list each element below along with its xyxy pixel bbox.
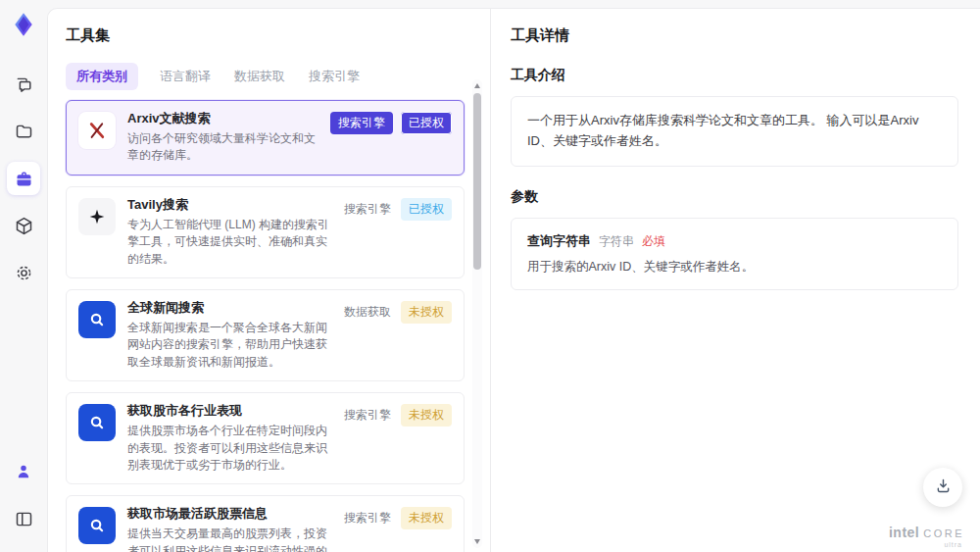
sidebar [0, 0, 47, 552]
auth-status-badge: 已授权 [401, 198, 452, 221]
tool-card[interactable]: Arxiv文献搜索访问各个研究领域大量科学论文和文章的存储库。搜索引擎已授权 [66, 100, 465, 176]
param-header: 查询字符串 字符串 必填 [527, 232, 942, 250]
sidebar-item-settings[interactable] [7, 256, 40, 289]
intel-core-word: CORE [923, 527, 964, 539]
param-required-badge: 必填 [642, 233, 665, 250]
tool-badges: 搜索引擎已授权 [330, 112, 452, 134]
tool-card[interactable]: 获取股市各行业表现提供股票市场各个行业在特定时间段内的表现。投资者可以利用这些信… [66, 392, 465, 484]
intel-logo-word: intel [889, 525, 919, 540]
sidebar-item-chat[interactable] [7, 68, 40, 101]
tool-description: 全球新闻搜索是一个聚合全球各大新闻网站内容的搜索引擎，帮助用户快速获取全球最新资… [127, 320, 330, 371]
download-button[interactable] [923, 468, 962, 507]
tavily-icon [78, 198, 116, 235]
app-window: 工具集 所有类别语言翻译数据获取搜索引擎 Arxiv文献搜索访问各个研究领域大量… [0, 0, 980, 552]
blue-search-icon [78, 301, 116, 338]
folder-icon [14, 122, 34, 142]
auth-status-badge: 已授权 [401, 112, 452, 134]
category-tab-2[interactable]: 数据获取 [232, 63, 287, 90]
scroll-up-arrow[interactable] [474, 83, 480, 88]
intel-tier-word: ultra [944, 541, 962, 548]
tool-info: 获取市场最活跃股票信息提供当天交易量最高的股票列表，投资者可以利用这些信息来识别… [127, 505, 330, 552]
sidebar-item-files[interactable] [7, 115, 40, 148]
category-tabs: 所有类别语言翻译数据获取搜索引擎 [66, 63, 490, 90]
tool-description: 访问各个研究领域大量科学论文和文章的存储库。 [127, 130, 318, 165]
tool-info: Tavily搜索专为人工智能代理 (LLM) 构建的搜索引擎工具，可快速提供实时… [127, 196, 330, 268]
category-badge: 数据获取 [342, 301, 393, 324]
category-badge: 搜索引擎 [342, 404, 393, 427]
tool-name: Arxiv文献搜索 [127, 110, 318, 127]
tool-card[interactable]: 获取市场最活跃股票信息提供当天交易量最高的股票列表，投资者可以利用这些信息来识别… [66, 495, 465, 552]
scrollbar-thumb[interactable] [473, 93, 481, 270]
tool-list-pane: 工具集 所有类别语言翻译数据获取搜索引擎 Arxiv文献搜索访问各个研究领域大量… [48, 9, 491, 552]
tool-info: Arxiv文献搜索访问各个研究领域大量科学论文和文章的存储库。 [127, 110, 318, 165]
tool-description: 专为人工智能代理 (LLM) 构建的搜索引擎工具，可快速提供实时、准确和真实的结… [127, 217, 330, 268]
list-scrollbar[interactable] [472, 79, 482, 548]
param-box: 查询字符串 字符串 必填 用于搜索的Arxiv ID、关键字或作者姓名。 [511, 218, 958, 290]
main-panel: 工具集 所有类别语言翻译数据获取搜索引擎 Arxiv文献搜索访问各个研究领域大量… [47, 8, 980, 552]
intro-box: 一个用于从Arxiv存储库搜索科学论文和文章的工具。 输入可以是Arxiv ID… [511, 96, 958, 167]
tool-detail-pane: 工具详情 工具介绍 一个用于从Arxiv存储库搜索科学论文和文章的工具。 输入可… [491, 9, 980, 552]
tool-badges: 数据获取未授权 [342, 301, 452, 324]
content-surface: 工具集 所有类别语言翻译数据获取搜索引擎 Arxiv文献搜索访问各个研究领域大量… [47, 0, 980, 552]
user-icon [14, 462, 33, 481]
tool-badges: 搜索引擎未授权 [342, 507, 452, 529]
sidebar-item-tools[interactable] [7, 162, 40, 195]
auth-status-badge: 未授权 [401, 301, 452, 324]
briefcase-icon [14, 169, 34, 189]
auth-status-badge: 未授权 [401, 404, 452, 427]
chat-icon [14, 75, 34, 95]
gear-icon [14, 263, 34, 283]
tool-card[interactable]: Tavily搜索专为人工智能代理 (LLM) 构建的搜索引擎工具，可快速提供实时… [66, 186, 465, 278]
download-icon [934, 477, 953, 499]
tool-name: 获取股市各行业表现 [127, 402, 330, 420]
tool-name: Tavily搜索 [127, 196, 330, 214]
tool-card[interactable]: 全球新闻搜索全球新闻搜索是一个聚合全球各大新闻网站内容的搜索引擎，帮助用户快速获… [66, 289, 465, 381]
sidebar-item-account[interactable] [7, 455, 40, 488]
intro-text: 一个用于从Arxiv存储库搜索科学论文和文章的工具。 输入可以是Arxiv ID… [527, 111, 942, 152]
tool-name: 全球新闻搜索 [127, 299, 330, 317]
category-tab-3[interactable]: 搜索引擎 [307, 63, 362, 90]
tool-list: Arxiv文献搜索访问各个研究领域大量科学论文和文章的存储库。搜索引擎已授权Ta… [66, 100, 490, 552]
params-heading: 参数 [511, 188, 958, 206]
category-badge: 搜索引擎 [342, 507, 393, 529]
category-badge: 搜索引擎 [330, 112, 393, 134]
tool-badges: 搜索引擎未授权 [342, 404, 452, 427]
detail-title: 工具详情 [511, 26, 958, 45]
sidebar-item-collapse-panel[interactable] [7, 502, 40, 535]
sidebar-item-packages[interactable] [7, 209, 40, 242]
param-name: 查询字符串 [527, 232, 591, 250]
tool-info: 获取股市各行业表现提供股票市场各个行业在特定时间段内的表现。投资者可以利用这些信… [127, 402, 330, 474]
auth-status-badge: 未授权 [401, 507, 452, 529]
app-logo-icon [7, 8, 40, 41]
tool-description: 提供股票市场各个行业在特定时间段内的表现。投资者可以利用这些信息来识别表现优于或… [127, 423, 330, 474]
package-icon [14, 216, 34, 236]
category-tab-1[interactable]: 语言翻译 [158, 63, 213, 90]
panel-layout-icon [14, 509, 34, 529]
blue-search-icon [78, 507, 116, 544]
page-title: 工具集 [66, 26, 490, 45]
intel-core-logo: intel CORE ultra [889, 525, 964, 540]
param-type: 字符串 [599, 233, 634, 250]
arxiv-icon [78, 112, 116, 149]
tool-description: 提供当天交易量最高的股票列表，投资者可以利用这些信息来识别流动性强的股票和潜在的… [127, 526, 330, 552]
blue-search-icon [78, 404, 116, 441]
tool-info: 全球新闻搜索全球新闻搜索是一个聚合全球各大新闻网站内容的搜索引擎，帮助用户快速获… [127, 299, 330, 371]
tool-name: 获取市场最活跃股票信息 [127, 505, 330, 523]
param-description: 用于搜索的Arxiv ID、关键字或作者姓名。 [527, 259, 942, 276]
scroll-down-arrow[interactable] [474, 539, 480, 544]
tool-badges: 搜索引擎已授权 [342, 198, 452, 221]
category-badge: 搜索引擎 [342, 198, 393, 221]
category-tab-0[interactable]: 所有类别 [66, 63, 138, 90]
intro-heading: 工具介绍 [511, 67, 958, 84]
